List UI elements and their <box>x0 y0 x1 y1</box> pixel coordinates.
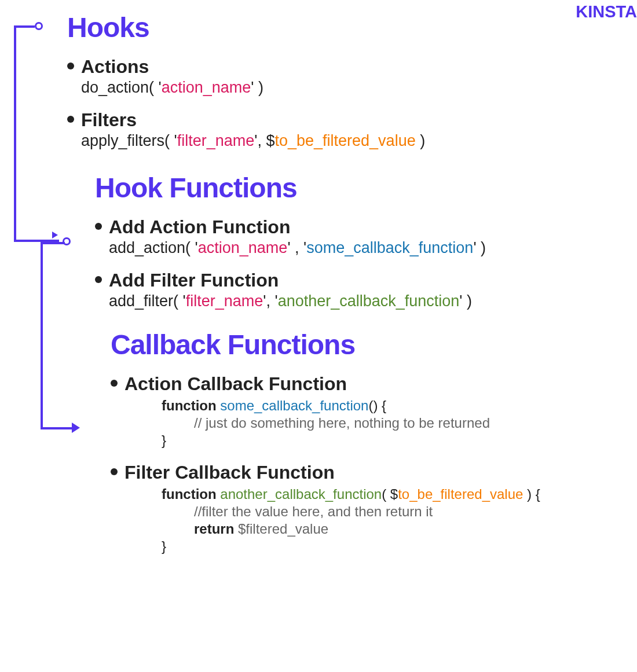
connector-line-2-top <box>41 242 65 244</box>
add-action-param2: some_callback_function <box>306 239 473 256</box>
add-filter-mid: ', ' <box>263 292 277 310</box>
filter-callback-title: Filter Callback Function <box>111 462 620 483</box>
filter-callback-param: to_be_filtered_value <box>398 486 523 502</box>
filter-callback-code: function another_callback_function( $to_… <box>162 486 620 555</box>
actions-code: do_action( 'action_name' ) <box>81 79 620 97</box>
filter-callback-comment: //filter the value here, and then return… <box>194 503 620 520</box>
add-filter-title: Add Filter Function <box>95 270 620 291</box>
add-action-code: add_action( 'action_name' , 'some_callba… <box>109 239 620 257</box>
filter-callback-return: return $filtered_value <box>194 520 620 538</box>
filter-callback-title-text: Filter Callback Function <box>125 462 335 483</box>
filter-name-param: filter_name <box>177 132 255 149</box>
filter-callback-line1: function another_callback_function( $to_… <box>162 486 620 503</box>
action-callback-comment: // just do something here, nothing to be… <box>194 414 620 432</box>
add-action-title-text: Add Action Function <box>109 216 290 237</box>
filters-code: apply_filters( 'filter_name', $to_be_fil… <box>81 132 620 150</box>
filters-title: Filters <box>67 109 620 131</box>
apply-filters-suffix: ) <box>416 132 426 149</box>
callback-functions-title: Callback Functions <box>111 329 620 361</box>
bullet-icon <box>111 468 118 475</box>
add-action-prefix: add_action( ' <box>109 239 198 256</box>
action-callback-code: function some_callback_function() { // j… <box>162 397 620 449</box>
bullet-icon <box>95 223 102 230</box>
filters-title-text: Filters <box>81 109 137 130</box>
actions-title-text: Actions <box>81 56 149 77</box>
add-action-title: Add Action Function <box>95 216 620 238</box>
apply-filters-prefix: apply_filters( ' <box>81 132 177 149</box>
filtered-value-var: $filtered_value <box>238 521 328 537</box>
return-keyword: return <box>194 521 238 537</box>
filter-callback-subsection: Filter Callback Function function anothe… <box>111 462 620 555</box>
filter-callback-close-brace: } <box>162 538 620 555</box>
bullet-icon <box>67 63 74 69</box>
function-keyword: function <box>162 486 220 502</box>
bullet-icon <box>95 276 102 283</box>
add-action-suffix: ' ) <box>473 239 486 256</box>
add-filter-code: add_filter( 'filter_name', 'another_call… <box>109 292 620 310</box>
add-filter-subsection: Add Filter Function add_filter( 'filter_… <box>95 270 620 310</box>
connector-line-2-vertical <box>41 242 43 429</box>
connector-arrow-2 <box>72 423 80 433</box>
function-keyword: function <box>162 398 220 413</box>
callback-functions-section: Callback Functions Action Callback Funct… <box>96 329 620 555</box>
hook-functions-section: Hook Functions Add Action Function add_a… <box>80 172 620 310</box>
connector-line-1-top <box>14 25 35 28</box>
action-callback-line1: function some_callback_function() { <box>162 397 620 414</box>
filter-callback-fn-name: another_callback_function <box>220 486 382 502</box>
hook-functions-title: Hook Functions <box>95 172 620 204</box>
action-callback-close-brace: } <box>162 432 620 449</box>
action-callback-title: Action Callback Function <box>111 373 620 395</box>
action-callback-subsection: Action Callback Function function some_c… <box>111 373 620 449</box>
bullet-icon <box>111 380 118 387</box>
filter-callback-close-paren: ) { <box>523 486 540 502</box>
apply-filters-mid: ', $ <box>254 132 274 149</box>
bullet-icon <box>67 116 74 123</box>
to-be-filtered-param: to_be_filtered_value <box>274 132 415 149</box>
connector-circle-1 <box>35 22 43 30</box>
add-filter-param2: another_callback_function <box>278 292 460 310</box>
add-filter-title-text: Add Filter Function <box>109 270 279 291</box>
actions-subsection: Actions do_action( 'action_name' ) <box>67 56 620 97</box>
add-filter-param1: filter_name <box>186 292 263 310</box>
action-name-param: action_name <box>162 79 251 96</box>
filters-subsection: Filters apply_filters( 'filter_name', $t… <box>67 109 620 150</box>
connector-line-1-vertical <box>14 25 16 242</box>
add-action-subsection: Add Action Function add_action( 'action_… <box>95 216 620 257</box>
action-callback-title-text: Action Callback Function <box>125 373 347 394</box>
action-callback-fn-name: some_callback_function <box>220 398 368 413</box>
add-action-mid: ' , ' <box>287 239 306 256</box>
connector-arrow-notch-1 <box>52 232 58 238</box>
filter-callback-open-paren: ( $ <box>382 486 398 502</box>
do-action-prefix: do_action( ' <box>81 79 162 96</box>
add-filter-prefix: add_filter( ' <box>109 292 186 310</box>
add-action-param1: action_name <box>198 239 288 256</box>
do-action-suffix: ' ) <box>251 79 263 96</box>
connector-line-2-bottom <box>41 427 75 429</box>
actions-title: Actions <box>67 56 620 78</box>
action-callback-open-brace: () { <box>368 398 386 413</box>
hooks-title: Hooks <box>67 12 620 43</box>
hooks-section: Hooks Actions do_action( 'action_name' )… <box>52 12 620 150</box>
add-filter-suffix: ' ) <box>459 292 472 310</box>
